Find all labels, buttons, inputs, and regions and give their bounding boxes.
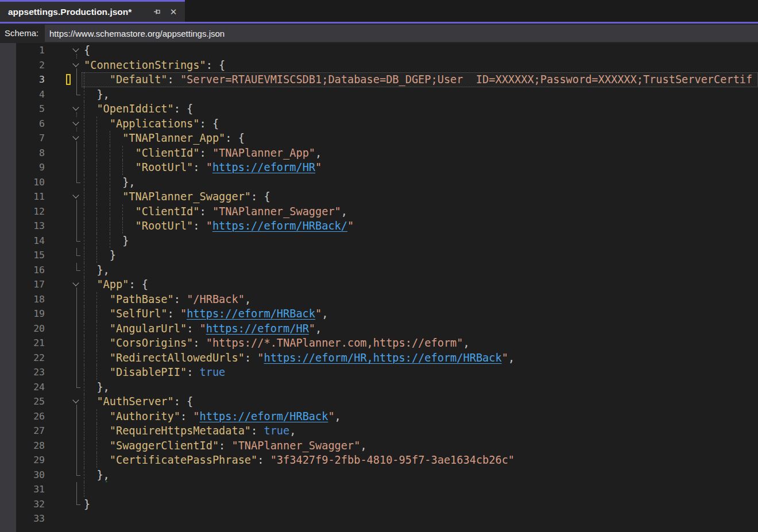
- line-number[interactable]: 26: [16, 409, 49, 424]
- code-content[interactable]: "RootUrl": "https://eform/HR": [82, 160, 758, 175]
- line-number[interactable]: 21: [16, 336, 49, 351]
- code-line[interactable]: 19 "SelfUrl": "https://eform/HRBack",: [16, 306, 758, 321]
- code-line[interactable]: 21 "CorsOrigins": "https://*.TNAPlanner.…: [16, 336, 758, 351]
- code-content[interactable]: "RootUrl": "https://eform/HRBack/": [82, 219, 758, 234]
- code-content[interactable]: [82, 482, 758, 497]
- code-line[interactable]: 24 },: [16, 380, 758, 395]
- line-number[interactable]: 9: [16, 160, 49, 175]
- line-number[interactable]: 4: [16, 87, 49, 102]
- code-line[interactable]: 12 "ClientId": "TNAPlanner_Swagger",: [16, 204, 758, 219]
- code-line[interactable]: 2"ConnectionStrings": {: [16, 58, 758, 73]
- code-content[interactable]: {: [82, 43, 758, 58]
- line-number[interactable]: 5: [16, 102, 49, 117]
- code-content[interactable]: "TNAPlanner_App": {: [82, 131, 758, 146]
- code-line[interactable]: 30 },: [16, 468, 758, 483]
- code-content[interactable]: "RedirectAllowedUrls": "https://eform/HR…: [82, 351, 758, 366]
- code-line[interactable]: 22 "RedirectAllowedUrls": "https://eform…: [16, 351, 758, 366]
- code-line[interactable]: 9 "RootUrl": "https://eform/HR": [16, 160, 758, 175]
- code-content[interactable]: "App": {: [82, 277, 758, 292]
- fold-chevron-icon[interactable]: [72, 119, 79, 125]
- line-number[interactable]: 3: [16, 72, 49, 87]
- code-line[interactable]: 3 "Default": "Server=RTAUEVMISCSDB1;Data…: [16, 72, 758, 87]
- code-line[interactable]: 8 "ClientId": "TNAPlanner_App",: [16, 146, 758, 161]
- line-number[interactable]: 7: [16, 131, 49, 146]
- code-line[interactable]: 20 "AngularUrl": "https://eform/HR",: [16, 321, 758, 336]
- code-line[interactable]: 26 "Authority": "https://eform/HRBack",: [16, 409, 758, 424]
- line-number[interactable]: 6: [16, 117, 49, 131]
- line-number[interactable]: 11: [16, 189, 49, 204]
- code-line[interactable]: 29 "CertificatePassPhrase": "3f3427f9-2f…: [16, 453, 758, 468]
- line-number[interactable]: 23: [16, 365, 49, 380]
- code-content[interactable]: "PathBase": "/HRBack",: [82, 292, 758, 307]
- code-content[interactable]: [82, 511, 758, 526]
- code-line[interactable]: 13 "RootUrl": "https://eform/HRBack/": [16, 219, 758, 234]
- code-line[interactable]: 7 "TNAPlanner_App": {: [16, 131, 758, 146]
- code-line[interactable]: 4 },: [16, 87, 758, 102]
- line-number[interactable]: 19: [16, 306, 49, 321]
- code-content[interactable]: "OpenIddict": {: [82, 102, 758, 117]
- code-content[interactable]: "ClientId": "TNAPlanner_App",: [82, 146, 758, 161]
- line-number[interactable]: 10: [16, 175, 49, 190]
- code-content[interactable]: "ClientId": "TNAPlanner_Swagger",: [82, 204, 758, 219]
- line-number[interactable]: 2: [16, 58, 49, 73]
- fold-chevron-icon[interactable]: [72, 133, 79, 139]
- code-line[interactable]: 31: [16, 482, 758, 497]
- fold-chevron-icon[interactable]: [72, 397, 79, 403]
- line-number[interactable]: 16: [16, 263, 49, 278]
- code-line[interactable]: 1{: [16, 43, 758, 58]
- line-number[interactable]: 33: [16, 511, 49, 526]
- fold-chevron-icon[interactable]: [72, 45, 79, 52]
- line-number[interactable]: 27: [16, 424, 49, 438]
- line-number[interactable]: 18: [16, 292, 49, 307]
- code-content[interactable]: "DisablePII": true: [82, 365, 758, 380]
- code-content[interactable]: "Authority": "https://eform/HRBack",: [82, 409, 758, 424]
- code-line[interactable]: 17 "App": {: [16, 277, 758, 292]
- code-content[interactable]: "SelfUrl": "https://eform/HRBack",: [82, 306, 758, 321]
- code-content[interactable]: "ConnectionStrings": {: [82, 58, 758, 73]
- code-line[interactable]: 11 "TNAPlanner_Swagger": {: [16, 189, 758, 204]
- code-content[interactable]: "Applications": {: [82, 117, 758, 131]
- pin-icon[interactable]: [152, 7, 161, 17]
- code-line[interactable]: 14 }: [16, 234, 758, 248]
- line-number[interactable]: 29: [16, 453, 49, 468]
- code-content[interactable]: }: [82, 248, 758, 263]
- line-number[interactable]: 25: [16, 394, 49, 409]
- close-icon[interactable]: ✕: [169, 7, 178, 17]
- code-content[interactable]: "RequireHttpsMetadata": true,: [82, 424, 758, 438]
- code-content[interactable]: },: [82, 263, 758, 278]
- code-content[interactable]: "CorsOrigins": "https://*.TNAPlanner.com…: [82, 336, 758, 351]
- code-line[interactable]: 18 "PathBase": "/HRBack",: [16, 292, 758, 307]
- code-content[interactable]: },: [82, 468, 758, 483]
- line-number[interactable]: 13: [16, 219, 49, 234]
- code-line[interactable]: 32}: [16, 497, 758, 512]
- line-number[interactable]: 1: [16, 43, 49, 58]
- code-content[interactable]: }: [82, 234, 758, 248]
- code-content[interactable]: "TNAPlanner_Swagger": {: [82, 189, 758, 204]
- fold-chevron-icon[interactable]: [72, 279, 79, 286]
- code-line[interactable]: 16 },: [16, 263, 758, 278]
- tab-appsettings-production-json[interactable]: appsettings.Production.json* ✕: [0, 0, 185, 22]
- code-line[interactable]: 5 "OpenIddict": {: [16, 102, 758, 117]
- line-number[interactable]: 15: [16, 248, 49, 263]
- line-number[interactable]: 20: [16, 321, 49, 336]
- fold-chevron-icon[interactable]: [72, 104, 79, 110]
- fold-chevron-icon[interactable]: [72, 60, 79, 67]
- line-number[interactable]: 14: [16, 234, 49, 248]
- code-area[interactable]: 1{2"ConnectionStrings": {3 "Default": "S…: [16, 43, 758, 532]
- code-content[interactable]: "SwaggerClientId": "TNAPlanner_Swagger",: [82, 438, 758, 453]
- code-line[interactable]: 23 "DisablePII": true: [16, 365, 758, 380]
- code-line[interactable]: 25 "AuthServer": {: [16, 394, 758, 409]
- code-content[interactable]: }: [82, 497, 758, 512]
- line-number[interactable]: 12: [16, 204, 49, 219]
- line-number[interactable]: 17: [16, 277, 49, 292]
- code-content[interactable]: "Default": "Server=RTAUEVMISCSDB1;Databa…: [82, 72, 758, 87]
- code-line[interactable]: 10 },: [16, 175, 758, 190]
- line-number[interactable]: 30: [16, 468, 49, 483]
- line-number[interactable]: 31: [16, 482, 49, 497]
- code-content[interactable]: },: [82, 380, 758, 395]
- code-line[interactable]: 28 "SwaggerClientId": "TNAPlanner_Swagge…: [16, 438, 758, 453]
- code-line[interactable]: 33: [16, 511, 758, 526]
- line-number[interactable]: 8: [16, 146, 49, 161]
- code-content[interactable]: "AuthServer": {: [82, 394, 758, 409]
- code-line[interactable]: 15 }: [16, 248, 758, 263]
